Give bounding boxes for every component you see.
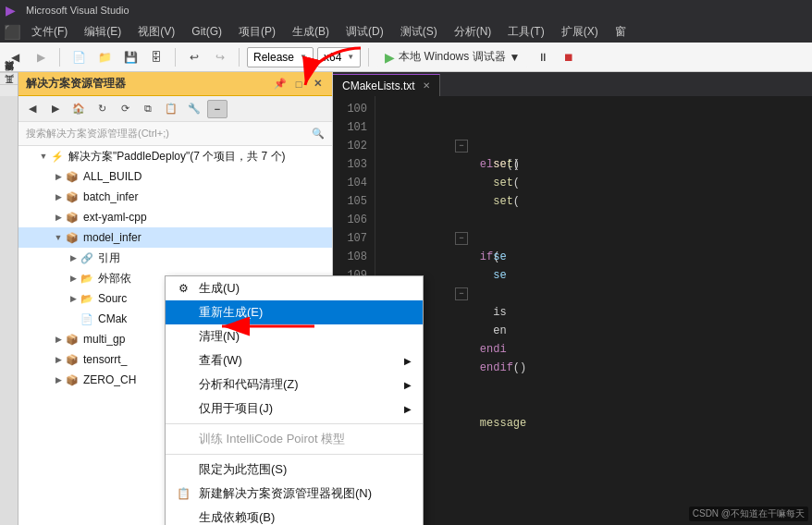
fold-108[interactable]: − [455,287,468,300]
close-icon[interactable]: ✕ [310,77,325,92]
menu-tools[interactable]: 工具(T) [500,22,551,42]
build-icon: ⚙ [175,282,191,295]
toolbar: ◀ ▶ 📄 📁 💾 🗄 ↩ ↪ Release ▼ x64 ▼ ▶ 本地 Win… [0,43,812,72]
menu-debug[interactable]: 调试(D) [338,22,391,42]
view-submenu-icon: ▶ [404,356,412,366]
save-btn[interactable]: 💾 [119,46,141,68]
config-label: Release [253,51,294,64]
model-infer-expand-icon[interactable]: ▼ [52,231,65,244]
multi-gp-icon: 📦 [65,332,80,347]
tree-item-ext-yaml[interactable]: ▶ 📦 ext-yaml-cpp [18,207,332,227]
ctx-build[interactable]: ⚙ 生成(U) [166,276,423,300]
code-tab-label: CMakeLists.txt [342,79,415,92]
batch-infer-expand-icon[interactable]: ▶ [52,190,65,203]
forward-btn[interactable]: ▶ [30,46,52,68]
ref-expand-icon[interactable]: ▶ [67,251,80,264]
run-button[interactable]: ▶ 本地 Windows 调试器 ▼ [376,46,528,67]
ctx-scope[interactable]: 限定为此范围(S) [166,458,423,482]
se-copy-btn[interactable]: ⧉ [138,100,158,118]
menu-extensions[interactable]: 扩展(X) [554,22,606,42]
se-paste-btn[interactable]: 📋 [161,100,181,118]
zero-ch-expand-icon[interactable]: ▶ [52,373,65,386]
se-minus-btn[interactable]: − [207,100,228,118]
solution-expand-icon[interactable]: ▼ [37,150,50,163]
ctx-rebuild[interactable]: 重新生成(E) [166,300,423,324]
source-expand-icon[interactable]: ▶ [67,292,80,305]
maximize-icon[interactable]: □ [291,77,306,92]
code-tab-close-icon[interactable]: ✕ [423,80,430,91]
redo-btn[interactable]: ↪ [209,46,231,68]
code-content[interactable]: − else() set( set( set( [375,96,812,525]
left-tab-solution[interactable]: 解决方案资源 [0,72,18,84]
menu-window[interactable]: 窗 [608,22,634,42]
line-num-104: 104 [333,174,367,192]
menu-bar: ⬛ 文件(F) 编辑(E) 视图(V) Git(G) 项目(P) 生成(B) 调… [0,20,812,43]
undo-btn[interactable]: ↩ [183,46,205,68]
ctx-view[interactable]: 查看(W) ▶ [166,348,423,372]
se-search-placeholder[interactable]: 搜索解决方案资源管理器(Ctrl+;) [26,127,312,140]
line-num-103: 103 [333,155,367,174]
all-build-expand-icon[interactable]: ▶ [52,170,65,183]
line-num-102: 102 [333,137,367,155]
se-home-btn[interactable]: 🏠 [68,100,89,118]
menu-view[interactable]: 视图(V) [130,22,182,42]
se-wrench-btn[interactable]: 🔧 [184,100,204,118]
tree-item-batch-infer[interactable]: ▶ 📦 batch_infer [18,187,332,207]
play-icon: ▶ [385,50,395,65]
watermark: CSDN @不知道在干嘛每天 [689,507,808,521]
back-btn[interactable]: ◀ [4,46,26,68]
title-bar: ▶ Microsoft Visual Studio [0,0,812,20]
arch-dropdown[interactable]: x64 ▼ [317,47,361,67]
source-icon: 📂 [80,291,94,306]
se-sync-btn[interactable]: ⟳ [115,100,135,118]
se-forward-btn[interactable]: ▶ [45,100,66,118]
tree-multi-gp-label: multi_gp [83,333,125,346]
menu-file[interactable]: 文件(F) [24,22,75,42]
tree-item-model-infer[interactable]: ▼ 📦 model_infer [18,227,332,248]
ctx-analyze[interactable]: 分析和代码清理(Z) ▶ [166,372,423,397]
tree-solution-root[interactable]: ▼ ⚡ 解决方案"PaddleDeploy"(7 个项目，共 7 个) [18,146,332,166]
menu-project[interactable]: 项目(P) [231,22,283,42]
ctx-build-deps[interactable]: 生成依赖项(B) [166,506,423,525]
menu-test[interactable]: 测试(S) [393,22,445,42]
ctx-clean[interactable]: 清理(N) [166,324,423,348]
left-tab-tools[interactable]: 工具 [0,84,18,96]
code-tab-cmake[interactable]: CMakeLists.txt ✕ [333,74,440,96]
menu-build[interactable]: 生成(B) [285,22,337,42]
ctx-build-label: 生成(U) [199,280,240,297]
menu-git[interactable]: Git(G) [184,23,229,40]
ctx-new-view[interactable]: 📋 新建解决方案资源管理器视图(N) [166,482,423,506]
pin-icon[interactable]: 📌 [273,77,288,92]
menu-edit[interactable]: 编辑(E) [77,22,129,42]
search-icon[interactable]: 🔍 [312,128,325,140]
tree-item-all-build[interactable]: ▶ 📦 ALL_BUILD [18,166,332,187]
tree-source-label: Sourc [98,292,127,305]
tree-item-ref[interactable]: ▶ 🔗 引用 [18,248,332,268]
stop-btn[interactable]: ⏹ [558,46,580,68]
ext-expand-icon[interactable]: ▶ [67,272,80,285]
panel-title: 解决方案资源管理器 [26,76,273,92]
toolbar-sep-4 [368,48,369,67]
ext-yaml-expand-icon[interactable]: ▶ [52,211,65,224]
left-tabs: 解决方案资源 工具 [0,72,18,525]
tensorrt-expand-icon[interactable]: ▶ [52,353,65,366]
toolbar-sep-3 [239,48,240,67]
save-all-btn[interactable]: 🗄 [145,46,167,68]
config-dropdown[interactable]: Release ▼ [247,47,314,67]
pause-btn[interactable]: ⏸ [532,46,554,68]
ctx-project-only[interactable]: 仅用于项目(J) ▶ [166,397,423,421]
new-btn[interactable]: 📄 [68,46,90,68]
ext-icon: 📂 [80,271,94,286]
line-num-101: 101 [333,118,367,137]
tree-model-infer-label: model_infer [83,231,141,244]
multi-gp-expand-icon[interactable]: ▶ [52,333,65,346]
arch-label: x64 [324,51,341,64]
menu-analyze[interactable]: 分析(N) [447,22,499,42]
open-btn[interactable]: 📁 [93,46,116,68]
tree-cmake-label: CMak [98,312,127,325]
se-back-btn[interactable]: ◀ [22,100,43,118]
cmake-icon: 📄 [80,311,94,326]
vs-logo: ⬛ [4,24,18,39]
se-refresh-btn[interactable]: ↻ [92,100,112,118]
tree-batch-infer-label: batch_infer [83,190,138,203]
